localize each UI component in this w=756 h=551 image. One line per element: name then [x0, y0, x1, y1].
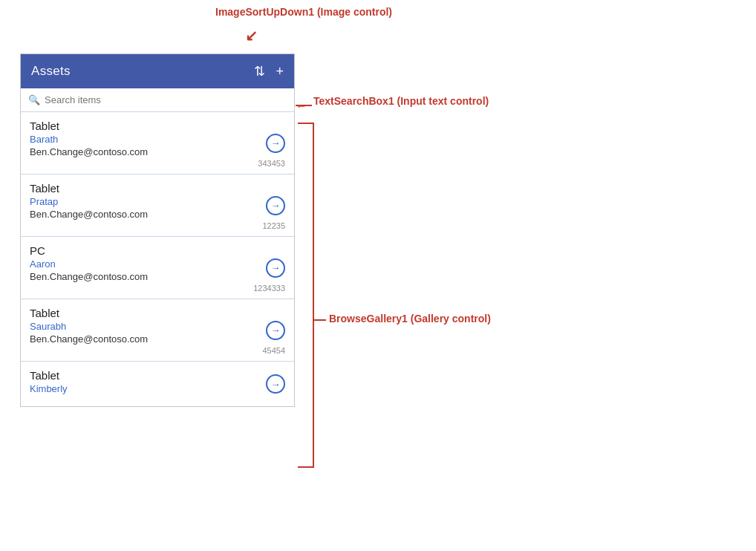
item-number: 343453 [30, 159, 285, 168]
gallery-annotation-text: BrowseGallery1 (Gallery control) [329, 313, 491, 325]
item-type: Tablet [30, 307, 285, 319]
assets-panel: Assets ⇅ + 🔍 Tablet Barath Ben.Change@co… [20, 53, 295, 407]
search-bar: 🔍 [21, 88, 294, 112]
list-item: Tablet Pratap Ben.Change@contoso.com 122… [21, 175, 294, 237]
item-navigate-button[interactable]: → [266, 374, 285, 394]
item-navigate-button[interactable]: → [266, 134, 285, 153]
search-arrow-head: ← [296, 100, 307, 113]
item-navigate-button[interactable]: → [266, 258, 285, 278]
gallery-bracket [298, 123, 314, 468]
item-name: Saurabh [30, 321, 285, 332]
item-email: Ben.Change@contoso.com [30, 333, 285, 345]
list-item: PC Aaron Ben.Change@contoso.com 1234333 … [21, 237, 294, 299]
item-type: Tablet [30, 182, 285, 195]
item-type: Tablet [30, 120, 285, 132]
item-number: 1234333 [30, 284, 285, 293]
sort-arrow-indicator: ↙ [245, 27, 258, 45]
item-name: Kimberly [30, 383, 285, 394]
item-email: Ben.Change@contoso.com [30, 146, 285, 157]
item-type: Tablet [30, 369, 285, 382]
item-number: 45454 [30, 346, 285, 355]
item-email: Ben.Change@contoso.com [30, 271, 285, 282]
item-name: Aaron [30, 258, 285, 270]
search-input[interactable] [45, 94, 287, 105]
gallery-annotation: BrowseGallery1 (Gallery control) [329, 313, 491, 325]
sort-annotation-text: ImageSortUpDown1 (Image control) [215, 6, 392, 18]
search-magnifier-icon: 🔍 [28, 94, 40, 105]
list-item: Tablet Barath Ben.Change@contoso.com 343… [21, 112, 294, 175]
item-navigate-button[interactable]: → [266, 321, 285, 340]
list-item: Tablet Kimberly → [21, 362, 294, 406]
panel-title: Assets [31, 64, 71, 79]
panel-header: Assets ⇅ + [21, 54, 294, 88]
item-navigate-button[interactable]: → [266, 196, 285, 215]
header-icons: ⇅ + [254, 63, 284, 79]
sort-annotation: ImageSortUpDown1 (Image control) [215, 6, 392, 18]
item-number: 12235 [30, 221, 285, 230]
list-item: Tablet Saurabh Ben.Change@contoso.com 45… [21, 299, 294, 362]
search-annotation-text: TextSearchBox1 (Input text control) [313, 95, 489, 107]
gallery: Tablet Barath Ben.Change@contoso.com 343… [21, 112, 294, 406]
sort-icon[interactable]: ⇅ [254, 63, 265, 79]
search-annotation: TextSearchBox1 (Input text control) [313, 95, 489, 107]
add-icon[interactable]: + [276, 64, 284, 79]
item-email: Ben.Change@contoso.com [30, 209, 285, 220]
item-type: PC [30, 244, 285, 257]
item-name: Barath [30, 134, 285, 145]
item-name: Pratap [30, 196, 285, 207]
gallery-arrow-line [313, 319, 326, 321]
